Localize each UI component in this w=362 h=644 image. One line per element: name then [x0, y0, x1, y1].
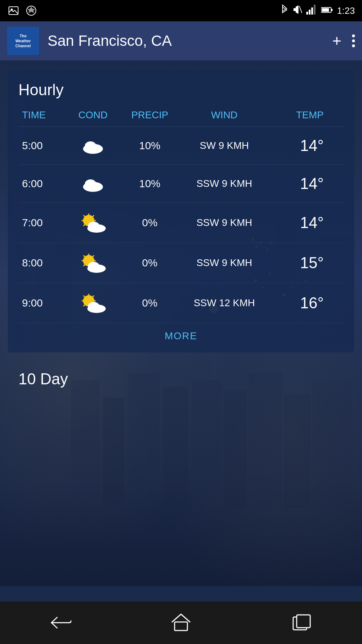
back-arrow-icon	[48, 614, 73, 632]
hourly-title: Hourly	[18, 81, 344, 99]
svg-line-66	[93, 255, 94, 257]
main-content: Hourly TIME COND PRECIP WIND TEMP 5:00 1…	[0, 60, 362, 601]
status-right-icons: 1:23	[281, 4, 355, 17]
recents-icon	[291, 613, 312, 633]
svg-line-64	[83, 255, 85, 257]
ten-day-section: 10 Day	[8, 359, 354, 399]
time-900: 9:00	[22, 297, 68, 309]
svg-line-75	[83, 296, 85, 297]
partly-cloudy-icon-900	[79, 293, 107, 313]
more-dot-1	[352, 34, 355, 37]
svg-rect-9	[314, 5, 316, 15]
svg-line-67	[83, 265, 85, 266]
soccer-icon	[25, 4, 38, 17]
svg-line-55	[93, 215, 94, 217]
image-icon	[7, 4, 20, 17]
temp-700: 14°	[267, 214, 324, 232]
battery-icon	[321, 6, 333, 15]
svg-point-47	[85, 179, 96, 189]
temp-900: 16°	[267, 294, 324, 312]
col-precip: PRECIP	[118, 109, 182, 121]
cond-800	[68, 253, 118, 273]
svg-line-53	[83, 215, 85, 217]
signal-icon	[306, 5, 317, 17]
wind-900: SSW 12 KMH	[182, 297, 267, 309]
cond-600	[68, 175, 118, 193]
hourly-row-700: 7:00 0%	[18, 203, 344, 243]
more-menu-button[interactable]	[352, 34, 355, 47]
hourly-row-900: 9:00 0% SSW 12 KMH 16°	[18, 283, 344, 323]
svg-point-45	[85, 141, 96, 151]
wind-500: SW 9 KMH	[182, 140, 267, 151]
time-800: 8:00	[22, 257, 68, 269]
home-button[interactable]	[163, 610, 199, 635]
precip-600: 10%	[118, 178, 182, 190]
temp-800: 15°	[267, 254, 324, 272]
temp-600: 14°	[267, 175, 324, 193]
time-700: 7:00	[22, 217, 68, 229]
precip-700: 0%	[118, 217, 182, 229]
svg-point-58	[88, 222, 99, 230]
svg-rect-12	[331, 9, 333, 11]
svg-line-78	[83, 305, 85, 306]
svg-rect-7	[309, 10, 311, 15]
time-500: 5:00	[22, 140, 68, 152]
more-dot-2	[352, 39, 355, 42]
table-header: TIME COND PRECIP WIND TEMP	[18, 109, 344, 127]
city-name: San Francisco, CA	[48, 32, 332, 49]
svg-point-80	[88, 302, 99, 310]
col-wind: WIND	[182, 109, 267, 121]
svg-line-56	[83, 224, 85, 226]
weather-channel-logo: The Weather Channel	[7, 27, 39, 55]
svg-point-69	[88, 262, 99, 270]
partly-cloudy-icon-700	[79, 213, 107, 233]
precip-900: 0%	[118, 297, 182, 309]
more-link[interactable]: MORE	[18, 323, 344, 345]
wind-700: SSW 9 KMH	[182, 217, 267, 228]
partly-cloudy-icon-800	[79, 253, 107, 273]
back-button[interactable]	[43, 610, 78, 635]
status-left-icons	[7, 4, 38, 17]
home-icon	[170, 612, 192, 633]
header-actions: +	[332, 33, 355, 49]
svg-rect-8	[311, 7, 313, 15]
cond-900	[68, 293, 118, 313]
svg-rect-4	[294, 8, 296, 11]
status-bar: 1:23	[0, 0, 362, 21]
cloudy-icon-500	[81, 137, 105, 155]
ten-day-title: 10 Day	[18, 370, 344, 388]
recents-button[interactable]	[284, 610, 319, 635]
svg-rect-81	[175, 622, 187, 631]
svg-line-5	[299, 6, 302, 13]
wind-800: SSW 9 KMH	[182, 257, 267, 269]
svg-rect-11	[322, 8, 329, 12]
col-time: TIME	[22, 109, 68, 121]
hourly-row-800: 8:00 0% SSW 9 KMH 15°	[18, 243, 344, 283]
time-600: 6:00	[22, 178, 68, 190]
mute-icon	[293, 5, 302, 17]
svg-rect-6	[306, 12, 308, 15]
hourly-card: Hourly TIME COND PRECIP WIND TEMP 5:00 1…	[8, 70, 354, 352]
wind-600: SSW 9 KMH	[182, 178, 267, 189]
cond-700	[68, 213, 118, 233]
hourly-row-600: 6:00 10% SSW 9 KMH 14°	[18, 165, 344, 203]
add-location-button[interactable]: +	[332, 33, 341, 49]
cond-500	[68, 137, 118, 155]
status-time: 1:23	[337, 5, 355, 16]
precip-800: 0%	[118, 257, 182, 269]
more-label[interactable]: MORE	[165, 330, 197, 341]
svg-rect-83	[297, 615, 310, 628]
precip-500: 10%	[118, 140, 182, 152]
logo-text: The Weather Channel	[15, 33, 31, 49]
col-cond: COND	[68, 109, 118, 121]
bluetooth-icon	[281, 4, 289, 17]
header: The Weather Channel San Francisco, CA +	[0, 21, 362, 60]
bottom-navigation	[0, 601, 362, 644]
hourly-row-500: 5:00 10% SW 9 KMH 14°	[18, 127, 344, 165]
temp-500: 14°	[267, 137, 324, 155]
cloudy-icon-600	[81, 175, 105, 193]
svg-marker-3	[28, 7, 35, 13]
svg-line-77	[93, 296, 94, 297]
more-dot-3	[352, 44, 355, 47]
col-temp: TEMP	[267, 109, 324, 121]
